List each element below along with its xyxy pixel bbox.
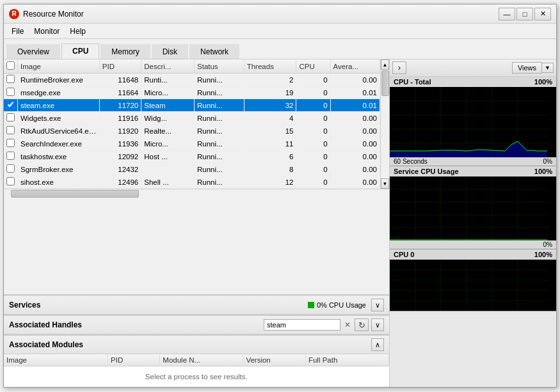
row-threads: 15 xyxy=(244,125,296,137)
row-checkbox[interactable] xyxy=(6,75,15,83)
menu-help[interactable]: Help xyxy=(65,26,91,37)
row-status: Runni... xyxy=(195,74,244,86)
col-header-avg[interactable]: Avera... xyxy=(330,59,380,74)
handles-collapse-btn[interactable]: ∨ xyxy=(371,318,384,331)
window-controls: — □ ✕ xyxy=(499,8,551,20)
modules-placeholder-row: Select a process to see results. xyxy=(4,366,389,388)
horiz-thumb[interactable] xyxy=(11,190,139,198)
row-threads: 4 xyxy=(244,112,296,125)
handles-refresh-btn[interactable]: ↻ xyxy=(355,318,369,331)
row-checkbox[interactable] xyxy=(6,164,15,173)
row-cpu: 0 xyxy=(296,150,330,163)
row-threads: 19 xyxy=(244,86,296,99)
cpu0-graph-svg xyxy=(390,260,556,311)
modules-section-header[interactable]: Associated Modules ∧ xyxy=(4,334,389,354)
row-image: SearchIndexer.exe xyxy=(18,137,100,150)
table-row[interactable]: sihost.exe 12496 Shell ... Runni... 12 0… xyxy=(4,176,380,189)
table-row[interactable]: SgrmBroker.exe 12432 Runni... 8 0 0.00 xyxy=(4,163,380,176)
table-row[interactable]: taskhostw.exe 12092 Host ... Runni... 6 … xyxy=(4,150,380,163)
mod-col-pid[interactable]: PID xyxy=(108,354,160,366)
mod-col-module[interactable]: Module N... xyxy=(160,354,243,366)
row-image: Widgets.exe xyxy=(18,112,100,125)
row-pid: 11720 xyxy=(99,99,141,112)
modules-table: Image PID Module N... Version Full Path … xyxy=(4,354,389,387)
row-desc: Steam xyxy=(141,99,195,112)
row-status: Runni... xyxy=(195,112,244,125)
row-threads: 2 xyxy=(244,74,296,86)
tab-cpu[interactable]: CPU xyxy=(61,43,99,59)
scroll-thumb[interactable] xyxy=(381,70,389,96)
select-all-checkbox[interactable] xyxy=(6,61,15,70)
row-threads: 12 xyxy=(244,176,296,189)
table-row[interactable]: RuntimeBroker.exe 11648 Runti... Runni..… xyxy=(4,74,380,86)
row-checkbox-cell xyxy=(4,137,18,150)
menu-monitor[interactable]: Monitor xyxy=(29,26,65,37)
handles-section-header[interactable]: Associated Handles ✕ ↻ ∨ xyxy=(4,315,389,334)
row-desc: Micro... xyxy=(141,86,195,99)
window-title: Resource Monitor xyxy=(23,10,499,19)
row-checkbox[interactable] xyxy=(6,126,15,134)
row-desc xyxy=(141,163,195,176)
close-button[interactable]: ✕ xyxy=(534,8,551,20)
table-row[interactable]: steam.exe 11720 Steam Runni... 32 0 0.01 xyxy=(4,99,380,112)
cpu0-graph-canvas xyxy=(390,260,556,311)
service-cpu-graph-svg xyxy=(390,176,556,240)
mod-col-path[interactable]: Full Path xyxy=(305,354,388,366)
vertical-scrollbar[interactable]: ▲ ▼ xyxy=(380,59,389,189)
cpu0-max: 100% xyxy=(534,251,552,258)
tab-memory[interactable]: Memory xyxy=(100,44,150,59)
row-checkbox-cell xyxy=(4,99,18,112)
services-collapse-btn[interactable]: ∨ xyxy=(371,299,384,311)
table-wrapper: Image PID Descri... Status Threads CPU A… xyxy=(4,59,389,189)
row-desc: Runti... xyxy=(141,74,195,86)
row-avg: 0.00 xyxy=(330,125,380,137)
row-checkbox-cell xyxy=(4,150,18,163)
views-button[interactable]: Views xyxy=(512,62,542,74)
services-section-header[interactable]: Services 0% CPU Usage ∨ xyxy=(4,295,389,315)
table-row[interactable]: msedge.exe 11664 Micro... Runni... 19 0 … xyxy=(4,86,380,99)
handles-search-input[interactable] xyxy=(264,319,340,331)
services-cpu-usage: 0% CPU Usage xyxy=(317,301,366,309)
table-row[interactable]: Widgets.exe 11916 Widg... Runni... 4 0 0… xyxy=(4,112,380,125)
modules-collapse-btn[interactable]: ∧ xyxy=(371,338,384,351)
row-checkbox[interactable] xyxy=(6,152,15,160)
maximize-button[interactable]: □ xyxy=(516,8,533,20)
menu-file[interactable]: File xyxy=(6,26,29,37)
scroll-down-btn[interactable]: ▼ xyxy=(381,178,389,189)
expand-btn[interactable]: › xyxy=(392,61,406,74)
minimize-button[interactable]: — xyxy=(499,8,515,20)
row-status: Runni... xyxy=(195,150,244,163)
row-checkbox[interactable] xyxy=(6,177,15,185)
tab-overview[interactable]: Overview xyxy=(6,44,60,59)
tab-disk[interactable]: Disk xyxy=(152,44,188,59)
scroll-up-btn[interactable]: ▲ xyxy=(381,59,389,70)
col-header-threads[interactable]: Threads xyxy=(244,59,296,74)
row-status: Runni... xyxy=(195,125,244,137)
table-row[interactable]: RtkAudUService64.exe 11920 Realte... Run… xyxy=(4,125,380,137)
mod-col-image[interactable]: Image xyxy=(4,354,108,366)
row-checkbox[interactable] xyxy=(6,100,15,109)
views-dropdown-arrow[interactable]: ▼ xyxy=(542,63,554,73)
table-scroll: Image PID Descri... Status Threads CPU A… xyxy=(4,59,380,189)
col-header-cpu[interactable]: CPU xyxy=(296,59,330,74)
row-checkbox-cell xyxy=(4,112,18,125)
mod-col-version[interactable]: Version xyxy=(243,354,306,366)
handles-clear-btn[interactable]: ✕ xyxy=(343,320,352,329)
row-pid: 12432 xyxy=(99,163,141,176)
row-status: Runni... xyxy=(195,163,244,176)
title-bar: R Resource Monitor — □ ✕ xyxy=(4,4,556,24)
row-checkbox[interactable] xyxy=(6,113,15,122)
tab-network[interactable]: Network xyxy=(189,44,239,59)
resource-monitor-window: R Resource Monitor — □ ✕ File Monitor He… xyxy=(3,4,557,388)
col-header-pid[interactable]: PID xyxy=(99,59,141,74)
row-checkbox[interactable] xyxy=(6,139,15,147)
col-header-desc[interactable]: Descri... xyxy=(141,59,195,74)
row-checkbox[interactable] xyxy=(6,88,15,96)
col-header-status[interactable]: Status xyxy=(195,59,244,74)
horizontal-scrollbar[interactable] xyxy=(4,189,389,198)
row-pid: 11916 xyxy=(99,112,141,125)
col-header-image[interactable]: Image xyxy=(18,59,100,74)
table-row[interactable]: SearchIndexer.exe 11936 Micro... Runni..… xyxy=(4,137,380,150)
handles-search-row: ✕ ↻ xyxy=(189,318,369,331)
row-status: Runni... xyxy=(195,86,244,99)
